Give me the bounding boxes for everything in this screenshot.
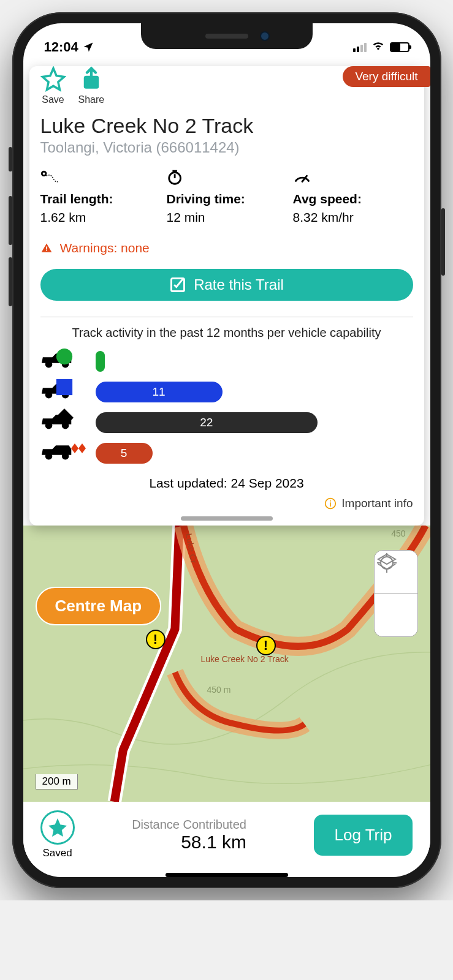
activity-bar: 11 [96, 382, 223, 402]
status-time: 12:04 [44, 39, 78, 55]
stat-time-value: 12 min [167, 210, 287, 225]
save-label: Save [42, 94, 64, 105]
difficulty-badge: Very difficult [343, 66, 430, 87]
svg-point-24 [381, 557, 393, 569]
map-contour-label: 450 [391, 529, 405, 538]
svg-rect-7 [46, 247, 47, 250]
sheet-drag-handle[interactable] [181, 516, 273, 521]
share-icon [78, 66, 104, 92]
star-filled-icon [47, 816, 69, 839]
important-info-button[interactable]: Important info [40, 497, 413, 510]
stat-time: Driving time: 12 min [167, 168, 287, 225]
map-controls [374, 550, 418, 637]
green-circle-icon [47, 347, 82, 366]
stat-length-label: Trail length: [40, 192, 161, 206]
location-arrow-icon [82, 41, 94, 53]
saved-button[interactable]: Saved [40, 810, 75, 859]
cellular-icon [353, 42, 367, 52]
stat-speed: Avg speed: 8.32 km/hr [293, 168, 413, 225]
share-button[interactable]: Share [78, 66, 105, 105]
stats-row: Trail length: 1.62 km Driving time: 12 m… [40, 168, 413, 225]
activity-row-blue: 11 [40, 380, 413, 404]
svg-point-2 [42, 173, 45, 175]
map-view[interactable]: Luke Cr Luke Creek No 2 Track 450 m 450 … [23, 526, 430, 802]
svg-rect-22 [330, 500, 331, 502]
trail-title: Luke Creek No 2 Track [40, 114, 413, 138]
stopwatch-icon [167, 168, 185, 186]
stat-speed-value: 8.32 km/hr [293, 210, 413, 225]
activity-row-red: 5 [40, 442, 413, 465]
map-locate-button[interactable] [375, 594, 417, 636]
phone-side-button [9, 196, 12, 245]
double-red-diamond-icon [71, 439, 87, 458]
centre-map-button[interactable]: Centre Map [36, 587, 162, 625]
wifi-icon [371, 39, 385, 56]
activity-bar: 22 [96, 412, 318, 433]
svg-rect-15 [56, 379, 72, 395]
warnings-row[interactable]: Warnings: none [40, 241, 413, 255]
black-diamond-icon [47, 409, 82, 427]
rate-trail-button[interactable]: Rate this Trail [40, 269, 413, 301]
activity-bar: 5 [96, 443, 153, 464]
warnings-text: Warnings: none [60, 241, 150, 255]
checkbox-edit-icon [169, 276, 186, 293]
vehicle-suv-icon [40, 412, 83, 433]
distance-value: 58.1 km [132, 832, 246, 853]
blue-square-icon [47, 378, 82, 396]
vehicle-suv-icon [40, 382, 83, 402]
speedometer-icon [293, 168, 311, 186]
distance-contributed: Distance Contributed 58.1 km [132, 818, 246, 853]
svg-rect-4 [172, 170, 177, 172]
svg-rect-8 [46, 250, 47, 251]
locate-icon [375, 551, 399, 575]
activity-chart: 11 22 [40, 350, 413, 465]
stat-length: Trail length: 1.62 km [40, 168, 161, 225]
stat-length-value: 1.62 km [40, 210, 161, 225]
important-info-label: Important info [341, 497, 413, 510]
trail-detail-card: Save Share Very difficult Luke Creek No … [29, 66, 424, 526]
phone-frame: 12:04 Save [12, 12, 441, 888]
share-label: Share [78, 94, 105, 105]
svg-point-18 [45, 453, 52, 460]
screen: 12:04 Save [23, 23, 430, 877]
phone-side-button [9, 257, 12, 306]
vehicle-suv-icon [40, 351, 83, 372]
map-hazard-marker[interactable]: ! [256, 636, 276, 655]
activity-bar [96, 351, 105, 372]
star-outline-icon [40, 66, 66, 92]
svg-point-19 [61, 453, 69, 460]
activity-row-black: 22 [40, 411, 413, 434]
route-icon [40, 168, 59, 186]
log-trip-button[interactable]: Log Trip [314, 815, 413, 856]
map-scale: 200 m [36, 774, 78, 790]
map-contour-label: 450 m [207, 685, 231, 695]
phone-side-button [441, 208, 445, 276]
vehicle-suv-icon [40, 443, 83, 464]
save-button[interactable]: Save [40, 66, 66, 105]
stat-time-label: Driving time: [167, 192, 287, 206]
activity-row-green [40, 350, 413, 373]
notch [141, 23, 313, 49]
svg-rect-21 [330, 502, 331, 507]
map-label: Luke Creek No 2 Track [201, 654, 289, 664]
map-hazard-marker[interactable]: ! [146, 630, 166, 649]
trail-subtitle: Toolangi, Victoria (666011424) [40, 139, 413, 156]
svg-point-12 [56, 349, 72, 364]
battery-icon [390, 42, 409, 52]
rate-trail-label: Rate this Trail [194, 276, 284, 293]
info-circle-icon [324, 497, 337, 510]
stat-speed-label: Avg speed: [293, 192, 413, 206]
bottom-bar: Saved Distance Contributed 58.1 km Log T… [23, 802, 430, 865]
home-indicator[interactable] [166, 873, 288, 877]
activity-title: Track activity in the past 12 months per… [40, 326, 413, 340]
warning-triangle-icon [40, 242, 53, 254]
saved-label: Saved [42, 847, 72, 859]
distance-label: Distance Contributed [132, 818, 246, 832]
last-updated-text: Last updated: 24 Sep 2023 [40, 476, 413, 491]
divider [40, 317, 413, 317]
phone-side-button [9, 147, 12, 172]
